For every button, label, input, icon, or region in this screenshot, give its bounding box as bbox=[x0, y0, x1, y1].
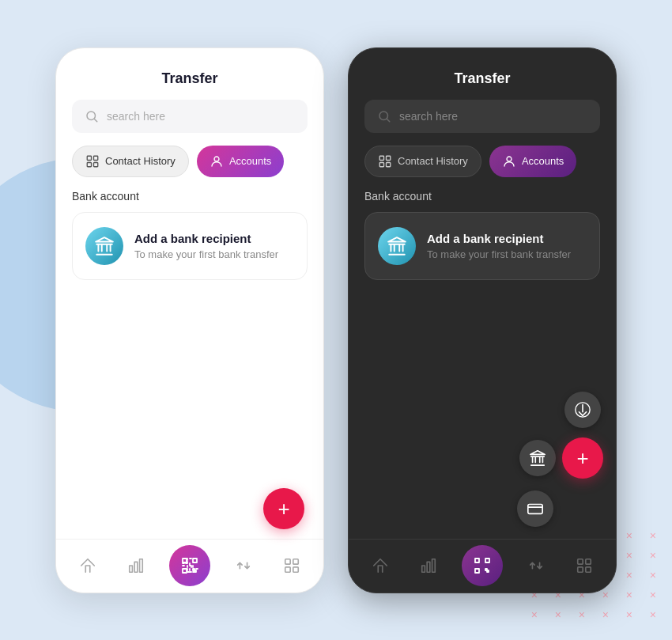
fab-dark[interactable]: + bbox=[562, 437, 603, 479]
svg-rect-11 bbox=[193, 559, 197, 562]
tab-contact-history-light[interactable]: Contact History bbox=[72, 146, 189, 177]
bank-card-subtitle-light: To make your first bank transfer bbox=[134, 248, 294, 260]
svg-rect-35 bbox=[586, 567, 591, 572]
search-bar-light[interactable]: search here bbox=[72, 100, 308, 133]
tab-accounts-label-light: Accounts bbox=[229, 155, 271, 167]
bank-icon-circle-light bbox=[85, 227, 123, 265]
float-menu-card-dark[interactable] bbox=[517, 490, 553, 527]
nav-chart-light[interactable] bbox=[122, 551, 150, 580]
nav-grid-dark[interactable] bbox=[570, 551, 598, 580]
contact-history-icon-light bbox=[85, 154, 100, 169]
tab-accounts-light[interactable]: Accounts bbox=[197, 146, 284, 177]
svg-rect-19 bbox=[379, 156, 383, 160]
tab-contact-history-dark[interactable]: Contact History bbox=[364, 146, 481, 177]
svg-rect-34 bbox=[578, 567, 583, 572]
nav-home-light[interactable] bbox=[74, 551, 102, 580]
svg-rect-26 bbox=[421, 566, 425, 572]
card-icon-dark bbox=[527, 500, 544, 517]
search-placeholder-light: search here bbox=[107, 110, 165, 123]
float-menu-dark: + bbox=[517, 392, 603, 529]
svg-rect-14 bbox=[293, 559, 298, 564]
svg-point-6 bbox=[214, 157, 219, 161]
fab-plus-icon-light: + bbox=[277, 498, 289, 519]
float-menu-bank-dark[interactable] bbox=[519, 440, 556, 476]
tabs-dark: Contact History Accounts bbox=[349, 146, 616, 190]
svg-rect-25 bbox=[528, 504, 542, 513]
bank-icon-light bbox=[94, 236, 115, 256]
page-title-light: Transfer bbox=[161, 70, 217, 86]
svg-point-0 bbox=[87, 112, 96, 120]
svg-rect-20 bbox=[387, 156, 391, 160]
nav-grid-light[interactable] bbox=[277, 551, 306, 580]
nav-qr-light[interactable] bbox=[169, 545, 210, 586]
chart-icon-light bbox=[127, 557, 145, 574]
contact-history-icon-dark bbox=[378, 154, 392, 169]
home-icon-light bbox=[79, 557, 96, 574]
svg-rect-2 bbox=[87, 156, 91, 160]
chart-icon-dark bbox=[420, 557, 437, 574]
nav-transfer-dark[interactable] bbox=[522, 551, 550, 580]
bank-card-text-light: Add a bank recipient To make your first … bbox=[134, 232, 294, 260]
download-icon-dark bbox=[574, 401, 591, 418]
svg-rect-29 bbox=[475, 559, 479, 562]
svg-rect-27 bbox=[427, 562, 430, 572]
bank-menu-icon-dark bbox=[529, 449, 546, 467]
svg-rect-12 bbox=[183, 569, 187, 573]
bank-card-subtitle-dark: To make your first bank transfer bbox=[427, 248, 587, 260]
bottom-nav-dark bbox=[349, 539, 616, 593]
svg-rect-32 bbox=[578, 559, 583, 564]
qr-icon-light bbox=[180, 556, 199, 575]
nav-chart-dark[interactable] bbox=[414, 551, 443, 580]
svg-rect-22 bbox=[387, 162, 391, 166]
dark-screen: Transfer search here Contact History Acc… bbox=[348, 47, 617, 593]
nav-qr-dark[interactable] bbox=[462, 545, 503, 586]
screens-container: Transfer search here Contact History Acc… bbox=[55, 47, 617, 593]
section-label-dark: Bank account bbox=[349, 190, 616, 212]
tabs-light: Contact History Accounts bbox=[56, 146, 323, 190]
svg-rect-28 bbox=[432, 559, 435, 573]
search-placeholder-dark: search here bbox=[399, 110, 458, 123]
header-light: Transfer bbox=[56, 48, 323, 100]
svg-rect-21 bbox=[379, 162, 383, 166]
fab-plus-icon-dark: + bbox=[576, 448, 588, 468]
tab-contact-history-label-light: Contact History bbox=[105, 155, 176, 167]
bank-card-title-dark: Add a bank recipient bbox=[427, 232, 587, 245]
grid-icon-dark bbox=[576, 557, 593, 574]
bank-card-light[interactable]: Add a bank recipient To make your first … bbox=[72, 212, 308, 280]
svg-rect-16 bbox=[293, 567, 298, 572]
svg-rect-33 bbox=[586, 559, 591, 564]
nav-transfer-light[interactable] bbox=[229, 551, 258, 580]
svg-rect-3 bbox=[94, 156, 98, 160]
page-title-dark: Transfer bbox=[454, 70, 510, 86]
grid-icon-light bbox=[283, 557, 300, 574]
search-icon-light bbox=[85, 109, 99, 123]
svg-rect-8 bbox=[134, 562, 138, 572]
transfer-icon-dark bbox=[527, 557, 545, 574]
home-icon-dark bbox=[372, 557, 389, 574]
svg-rect-7 bbox=[129, 566, 132, 572]
qr-icon-dark bbox=[473, 556, 492, 575]
svg-line-18 bbox=[387, 119, 389, 121]
bank-icon-circle-dark bbox=[378, 227, 416, 265]
fab-light[interactable]: + bbox=[263, 488, 304, 529]
accounts-icon-dark bbox=[502, 154, 516, 169]
tab-accounts-label-dark: Accounts bbox=[522, 155, 564, 167]
float-menu-download-dark[interactable] bbox=[564, 392, 601, 428]
svg-rect-15 bbox=[285, 567, 290, 572]
svg-rect-31 bbox=[475, 569, 479, 573]
search-icon-dark bbox=[377, 109, 391, 123]
svg-rect-4 bbox=[87, 162, 91, 166]
svg-rect-9 bbox=[139, 559, 142, 573]
svg-point-23 bbox=[507, 157, 512, 161]
svg-rect-30 bbox=[485, 559, 489, 562]
search-bar-dark[interactable]: search here bbox=[364, 100, 600, 133]
bank-card-title-light: Add a bank recipient bbox=[134, 232, 294, 245]
svg-line-1 bbox=[94, 119, 96, 121]
tab-accounts-dark[interactable]: Accounts bbox=[489, 146, 576, 177]
bottom-nav-light bbox=[56, 539, 323, 593]
svg-rect-10 bbox=[183, 559, 187, 562]
nav-home-dark[interactable] bbox=[366, 551, 395, 580]
bank-card-dark[interactable]: Add a bank recipient To make your first … bbox=[364, 212, 600, 280]
bank-icon-dark bbox=[387, 236, 407, 256]
svg-rect-13 bbox=[285, 559, 290, 564]
